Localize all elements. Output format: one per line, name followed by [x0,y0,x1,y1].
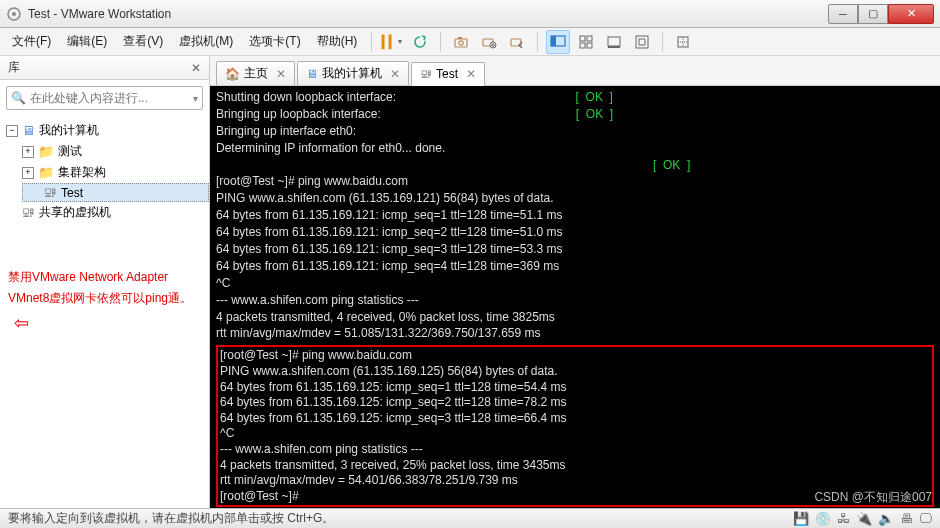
menu-view[interactable]: 查看(V) [117,29,169,54]
tree-label: 共享的虚拟机 [39,204,111,221]
sidebar-close-icon[interactable]: ✕ [191,61,201,75]
app-icon [6,6,22,22]
search-icon: 🔍 [11,91,26,105]
tree-label: Test [61,186,83,200]
sidebar-header: 库 ✕ [0,56,209,80]
display-icon[interactable]: 🖵 [919,511,932,526]
tab-my-computer[interactable]: 🖥 我的计算机 ✕ [297,61,409,85]
svg-point-3 [459,40,463,44]
sound-icon[interactable]: 🔈 [878,511,894,526]
svg-rect-12 [580,43,585,48]
terminal-output[interactable]: Shutting down loopback interface: [ OK ]… [210,86,940,508]
stretch-button[interactable] [671,30,695,54]
tree-root-my-computer[interactable]: − 🖥 我的计算机 [0,120,209,141]
svg-rect-4 [458,37,462,39]
tab-label: Test [436,67,458,81]
device-status-icons: 💾 💿 🖧 🔌 🔈 🖶 🖵 [793,511,932,526]
search-input[interactable] [30,91,193,105]
highlighted-terminal-section: [root@Test ~]# ping www.baidu.com PING w… [216,345,934,507]
content-area: 🏠 主页 ✕ 🖥 我的计算机 ✕ 🖳 Test ✕ Shutting down … [210,56,940,508]
tab-close-icon[interactable]: ✕ [466,67,476,81]
window-title: Test - VMware Workstation [28,7,828,21]
tree-label: 测试 [58,143,82,160]
search-dropdown-icon[interactable]: ▾ [193,93,198,104]
tree-node-test-vm[interactable]: 🖳 Test [22,183,209,202]
pause-button[interactable]: ▎▎▾ [380,30,404,54]
shared-vm-icon: 🖳 [22,205,35,220]
vm-icon: 🖳 [44,185,57,200]
menu-help[interactable]: 帮助(H) [311,29,364,54]
snapshot-button[interactable] [449,30,473,54]
svg-point-1 [12,12,16,16]
close-button[interactable]: ✕ [888,4,934,24]
home-icon: 🏠 [225,67,240,81]
view-thumbnails-button[interactable] [574,30,598,54]
tree-node-test-folder[interactable]: + 📁 测试 [0,141,209,162]
view-unity-button[interactable] [602,30,626,54]
tree-node-shared-vms[interactable]: 🖳 共享的虚拟机 [0,202,209,223]
menu-file[interactable]: 文件(F) [6,29,57,54]
annotation-text: 禁用VMware Network Adapter VMnet8虚拟网卡依然可以p… [8,267,201,337]
usb-icon[interactable]: 🔌 [856,511,872,526]
expand-icon[interactable]: + [22,167,34,179]
network-icon[interactable]: 🖧 [837,511,850,526]
snapshot-revert-button[interactable] [505,30,529,54]
sidebar-title: 库 [8,59,20,76]
tree-label: 我的计算机 [39,122,99,139]
fullscreen-button[interactable] [630,30,654,54]
collapse-icon[interactable]: − [6,125,18,137]
menu-edit[interactable]: 编辑(E) [61,29,113,54]
vm-icon: 🖳 [420,67,432,81]
tab-bar: 🏠 主页 ✕ 🖥 我的计算机 ✕ 🖳 Test ✕ [210,56,940,86]
cd-icon[interactable]: 💿 [815,511,831,526]
svg-rect-16 [636,36,648,48]
expand-icon[interactable]: + [22,146,34,158]
tree-label: 集群架构 [58,164,106,181]
svg-rect-13 [587,43,592,48]
disk-icon[interactable]: 💾 [793,511,809,526]
tab-test[interactable]: 🖳 Test ✕ [411,62,485,86]
printer-icon[interactable]: 🖶 [900,511,913,526]
maximize-button[interactable]: ▢ [858,4,888,24]
menu-bar: 文件(F) 编辑(E) 查看(V) 虚拟机(M) 选项卡(T) 帮助(H) ▎▎… [0,28,940,56]
svg-rect-10 [580,36,585,41]
tree-node-cluster-folder[interactable]: + 📁 集群架构 [0,162,209,183]
menu-vm[interactable]: 虚拟机(M) [173,29,239,54]
svg-rect-14 [608,37,620,46]
arrow-icon: ⇦ [14,313,29,333]
search-box[interactable]: 🔍 ▾ [6,86,203,110]
sidebar: 库 ✕ 🔍 ▾ − 🖥 我的计算机 + 📁 测试 + 📁 集群架构 [0,56,210,508]
watermark: CSDN @不知归途007 [814,489,932,506]
view-console-button[interactable] [546,30,570,54]
power-reset-button[interactable] [408,30,432,54]
status-bar: 要将输入定向到该虚拟机，请在虚拟机内部单击或按 Ctrl+G。 💾 💿 🖧 🔌 … [0,508,940,528]
tab-label: 主页 [244,65,268,82]
monitor-icon: 🖥 [22,123,35,138]
svg-rect-9 [551,36,556,46]
library-tree: − 🖥 我的计算机 + 📁 测试 + 📁 集群架构 🖳 Test � [0,116,209,227]
svg-rect-11 [587,36,592,41]
folder-icon: 📁 [38,144,54,159]
title-bar: Test - VMware Workstation ─ ▢ ✕ [0,0,940,28]
status-text: 要将输入定向到该虚拟机，请在虚拟机内部单击或按 Ctrl+G。 [8,510,334,527]
tab-home[interactable]: 🏠 主页 ✕ [216,61,295,85]
monitor-icon: 🖥 [306,67,318,81]
svg-rect-15 [608,46,620,48]
menu-tabs[interactable]: 选项卡(T) [243,29,306,54]
tab-close-icon[interactable]: ✕ [390,67,400,81]
tab-close-icon[interactable]: ✕ [276,67,286,81]
tab-label: 我的计算机 [322,65,382,82]
minimize-button[interactable]: ─ [828,4,858,24]
snapshot-manager-button[interactable] [477,30,501,54]
folder-icon: 📁 [38,165,54,180]
